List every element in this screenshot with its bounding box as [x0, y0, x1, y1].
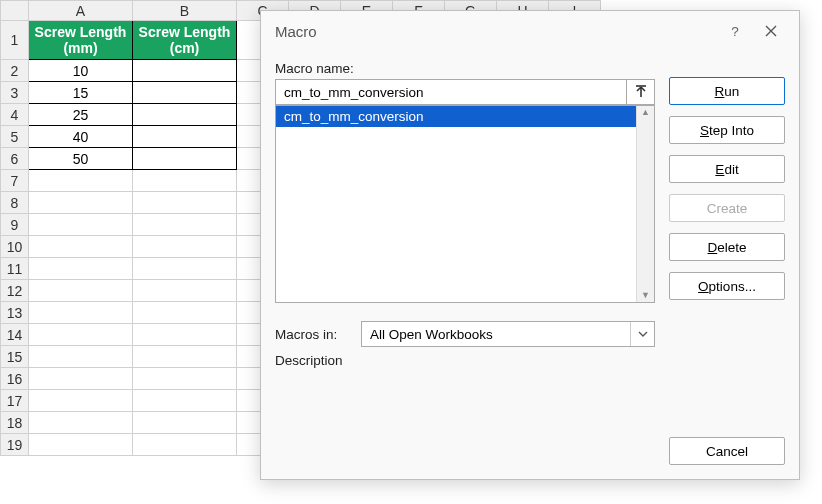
run-button[interactable]: Run: [669, 77, 785, 105]
cell[interactable]: [29, 214, 133, 236]
cell-b6[interactable]: [133, 148, 237, 170]
cell[interactable]: [29, 324, 133, 346]
cancel-button[interactable]: Cancel: [669, 437, 785, 465]
row-head[interactable]: 19: [1, 434, 29, 456]
macros-in-label: Macros in:: [275, 327, 351, 342]
options-button[interactable]: Options...: [669, 272, 785, 300]
row-head[interactable]: 12: [1, 280, 29, 302]
arrow-up-icon: [634, 85, 648, 99]
row-head[interactable]: 15: [1, 346, 29, 368]
row-head[interactable]: 3: [1, 82, 29, 104]
cell[interactable]: [133, 390, 237, 412]
cell[interactable]: [133, 302, 237, 324]
cell[interactable]: [29, 236, 133, 258]
cell-b5[interactable]: [133, 126, 237, 148]
macros-in-select[interactable]: All Open Workbooks: [361, 321, 655, 347]
scroll-up-icon: ▲: [641, 108, 650, 117]
cell[interactable]: [29, 302, 133, 324]
close-button[interactable]: [753, 19, 789, 43]
cell[interactable]: [133, 170, 237, 192]
cell[interactable]: [29, 280, 133, 302]
cell[interactable]: [29, 368, 133, 390]
cell[interactable]: [133, 192, 237, 214]
create-button: Create: [669, 194, 785, 222]
cell[interactable]: [133, 368, 237, 390]
row-head[interactable]: 14: [1, 324, 29, 346]
macro-name-input[interactable]: [276, 80, 626, 104]
row-head[interactable]: 4: [1, 104, 29, 126]
row-head[interactable]: 1: [1, 21, 29, 60]
macros-in-value: All Open Workbooks: [362, 327, 630, 342]
cell[interactable]: [133, 236, 237, 258]
cell[interactable]: [133, 434, 237, 456]
cell[interactable]: [29, 258, 133, 280]
cell[interactable]: [29, 170, 133, 192]
macro-name-label: Macro name:: [275, 61, 655, 76]
cell-a1[interactable]: Screw Length (mm): [29, 21, 133, 60]
row-head[interactable]: 6: [1, 148, 29, 170]
cell-a4[interactable]: 25: [29, 104, 133, 126]
select-all-corner[interactable]: [1, 1, 29, 21]
row-head[interactable]: 16: [1, 368, 29, 390]
row-head[interactable]: 9: [1, 214, 29, 236]
help-button[interactable]: ?: [717, 19, 753, 43]
cell-b3[interactable]: [133, 82, 237, 104]
cell[interactable]: [133, 214, 237, 236]
cell-a2[interactable]: 10: [29, 60, 133, 82]
row-head[interactable]: 10: [1, 236, 29, 258]
row-head[interactable]: 7: [1, 170, 29, 192]
description-label: Description: [275, 353, 655, 368]
cell-b4[interactable]: [133, 104, 237, 126]
col-head-b[interactable]: B: [133, 1, 237, 21]
macro-name-field[interactable]: [275, 79, 655, 105]
cell-b2[interactable]: [133, 60, 237, 82]
macro-list-item[interactable]: cm_to_mm_conversion: [276, 106, 636, 127]
cell[interactable]: [29, 412, 133, 434]
help-icon: ?: [731, 24, 739, 39]
cell[interactable]: [133, 280, 237, 302]
cell[interactable]: [133, 258, 237, 280]
dialog-title: Macro: [275, 23, 717, 40]
col-head-a[interactable]: A: [29, 1, 133, 21]
row-head[interactable]: 11: [1, 258, 29, 280]
step-into-button[interactable]: Step Into: [669, 116, 785, 144]
cell-a3[interactable]: 15: [29, 82, 133, 104]
chevron-down-icon: [630, 322, 654, 346]
macro-listbox[interactable]: cm_to_mm_conversion ▲ ▼: [275, 105, 655, 303]
cell[interactable]: [29, 192, 133, 214]
collapse-dialog-button[interactable]: [626, 80, 654, 104]
row-head[interactable]: 13: [1, 302, 29, 324]
macro-dialog: Macro ? Macro name: cm_to_mm_conversion …: [260, 10, 800, 480]
row-head[interactable]: 8: [1, 192, 29, 214]
edit-button[interactable]: Edit: [669, 155, 785, 183]
scroll-down-icon: ▼: [641, 291, 650, 300]
cell[interactable]: [29, 346, 133, 368]
cell-a5[interactable]: 40: [29, 126, 133, 148]
cell[interactable]: [133, 346, 237, 368]
close-icon: [765, 25, 777, 37]
cell[interactable]: [133, 412, 237, 434]
dialog-titlebar: Macro ?: [261, 11, 799, 49]
cell-a6[interactable]: 50: [29, 148, 133, 170]
row-head[interactable]: 2: [1, 60, 29, 82]
cell[interactable]: [29, 390, 133, 412]
row-head[interactable]: 17: [1, 390, 29, 412]
row-head[interactable]: 18: [1, 412, 29, 434]
row-head[interactable]: 5: [1, 126, 29, 148]
listbox-scrollbar[interactable]: ▲ ▼: [636, 106, 654, 302]
cell[interactable]: [133, 324, 237, 346]
cell-b1[interactable]: Screw Length (cm): [133, 21, 237, 60]
delete-button[interactable]: Delete: [669, 233, 785, 261]
cell[interactable]: [29, 434, 133, 456]
